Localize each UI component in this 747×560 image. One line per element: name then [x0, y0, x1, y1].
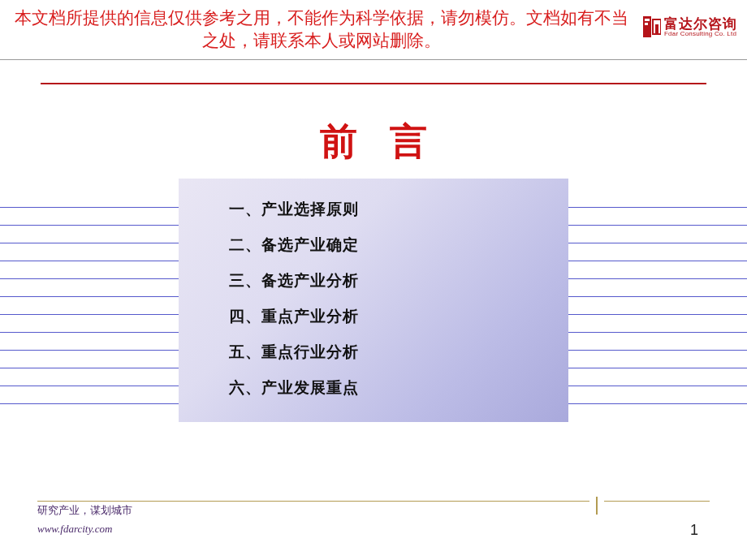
disclaimer-bar: 本文档所提供的信息仅供参考之用，不能作为科学依据，请勿模仿。文档如有不当之处，请…: [0, 0, 747, 60]
brand-name-en: Fdar Consulting Co. Ltd: [664, 31, 737, 37]
svg-rect-4: [655, 24, 658, 34]
toc-item: 一、产业选择原则: [229, 201, 568, 217]
brand-mark-icon: [643, 16, 661, 37]
toc-item: 五、重点行业分析: [229, 344, 568, 360]
title-wrap: 前言: [0, 117, 747, 167]
brand-name-cn: 富达尔咨询: [664, 17, 737, 31]
toc-item: 六、产业发展重点: [229, 380, 568, 395]
brand-text: 富达尔咨询 Fdar Consulting Co. Ltd: [664, 17, 737, 37]
footer-url: www.fdarcity.com: [37, 523, 710, 536]
horizontal-rule: [41, 83, 706, 84]
content-panel: 一、产业选择原则 二、备选产业确定 三、备选产业分析 四、重点产业分析 五、重点…: [179, 179, 568, 422]
toc-item: 三、备选产业分析: [229, 273, 568, 288]
footer: 研究产业，谋划城市 www.fdarcity.com: [37, 503, 710, 536]
toc-item: 四、重点产业分析: [229, 308, 568, 324]
disclaimer-text: 本文档所提供的信息仅供参考之用，不能作为科学依据，请勿模仿。文档如有不当之处，请…: [10, 6, 633, 53]
page-title: 前言: [287, 117, 460, 167]
svg-rect-1: [645, 19, 650, 21]
svg-rect-2: [645, 23, 648, 25]
toc-item: 二、备选产业确定: [229, 237, 568, 252]
brand-logo: 富达尔咨询 Fdar Consulting Co. Ltd: [643, 16, 737, 37]
footer-tagline: 研究产业，谋划城市: [37, 503, 710, 518]
page-number: 1: [690, 522, 698, 539]
